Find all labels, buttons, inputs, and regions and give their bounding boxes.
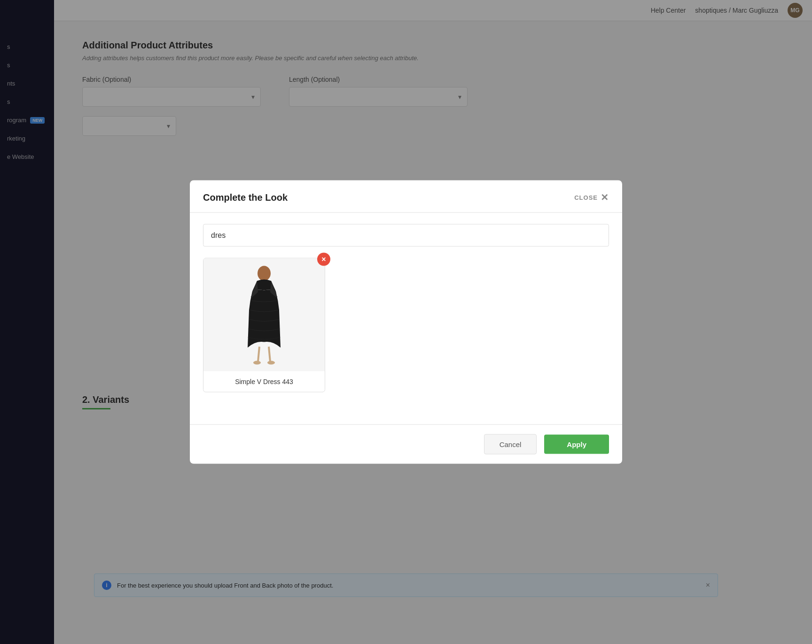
svg-point-3 bbox=[253, 361, 261, 365]
cancel-button[interactable]: Cancel bbox=[484, 434, 537, 455]
svg-point-0 bbox=[258, 266, 271, 281]
modal-close-button[interactable]: CLOSE ✕ bbox=[574, 192, 609, 203]
close-x-icon: ✕ bbox=[601, 192, 609, 203]
modal-body: × bbox=[190, 213, 622, 424]
dress-svg bbox=[234, 263, 295, 367]
modal-header: Complete the Look CLOSE ✕ bbox=[190, 181, 622, 213]
complete-the-look-modal: Complete the Look CLOSE ✕ × bbox=[190, 181, 622, 464]
apply-button[interactable]: Apply bbox=[544, 435, 609, 454]
modal-footer: Cancel Apply bbox=[190, 424, 622, 464]
svg-point-4 bbox=[267, 361, 275, 365]
search-input[interactable] bbox=[203, 224, 609, 247]
remove-product-button[interactable]: × bbox=[317, 253, 330, 266]
products-grid: × bbox=[203, 258, 609, 393]
svg-line-1 bbox=[258, 347, 259, 362]
remove-x-icon: × bbox=[321, 256, 326, 263]
modal-title: Complete the Look bbox=[203, 192, 288, 203]
product-name: Simple V Dress 443 bbox=[203, 371, 325, 392]
close-label: CLOSE bbox=[574, 194, 598, 201]
product-image bbox=[203, 259, 325, 371]
product-card[interactable]: × bbox=[203, 258, 325, 393]
svg-line-2 bbox=[269, 347, 270, 362]
